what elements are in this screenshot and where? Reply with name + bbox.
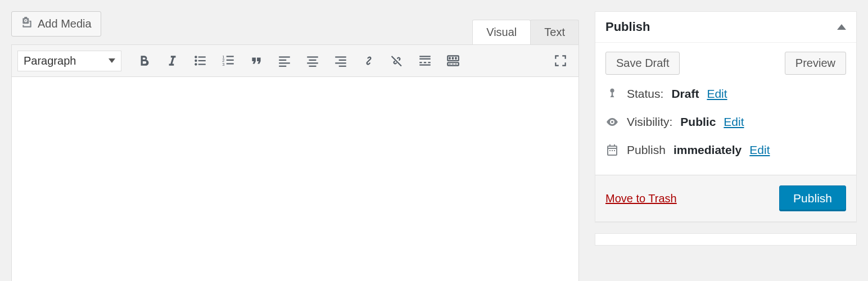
publish-metabox-header[interactable]: Publish [595, 12, 856, 43]
publish-metabox: Publish Save Draft Preview Status: Draft… [595, 11, 857, 222]
svg-point-2 [195, 63, 197, 65]
svg-rect-33 [455, 57, 456, 60]
svg-rect-12 [279, 56, 290, 57]
svg-rect-28 [428, 62, 430, 63]
status-row: Status: Draft Edit [605, 87, 846, 101]
eye-icon [605, 115, 619, 129]
svg-rect-24 [419, 56, 431, 57]
svg-rect-5 [198, 64, 206, 65]
visibility-edit-link[interactable]: Edit [724, 115, 744, 129]
format-select[interactable]: Paragraph [17, 51, 121, 71]
fullscreen-button[interactable] [548, 49, 573, 72]
align-left-button[interactable] [272, 49, 297, 72]
svg-rect-23 [339, 66, 346, 67]
preview-button[interactable]: Preview [785, 52, 846, 75]
svg-point-1 [195, 60, 197, 62]
svg-rect-35 [449, 64, 450, 64]
editor-column: Add Media Visual Text Paragraph 123 [11, 11, 579, 281]
svg-text:3: 3 [222, 62, 224, 67]
visibility-row: Visibility: Public Edit [605, 115, 846, 129]
publish-button[interactable]: Publish [779, 185, 846, 211]
align-right-button[interactable] [328, 49, 353, 72]
numbered-list-button[interactable]: 123 [216, 49, 241, 72]
svg-rect-18 [307, 62, 318, 64]
svg-rect-25 [419, 58, 431, 60]
svg-rect-37 [455, 64, 456, 64]
caret-down-icon [108, 58, 115, 63]
move-to-trash-link[interactable]: Move to Trash [605, 192, 677, 205]
pin-icon [605, 87, 619, 101]
svg-rect-20 [335, 56, 346, 57]
unlink-button[interactable] [385, 49, 409, 72]
svg-rect-17 [309, 60, 317, 61]
editor-content-area[interactable] [11, 77, 579, 281]
status-label: Status: [627, 87, 663, 101]
status-value: Draft [671, 87, 699, 101]
schedule-label: Publish [627, 143, 666, 157]
schedule-row: Publish immediately Edit [605, 143, 846, 157]
svg-rect-26 [419, 62, 422, 63]
tab-text[interactable]: Text [530, 20, 579, 44]
visibility-label: Visibility: [627, 115, 672, 129]
blockquote-button[interactable] [244, 49, 269, 72]
tab-visual[interactable]: Visual [472, 20, 531, 44]
svg-rect-10 [227, 60, 234, 61]
add-media-label: Add Media [38, 17, 92, 30]
next-metabox-peek [595, 233, 857, 246]
editor-tabs: Visual Text [473, 20, 579, 44]
svg-rect-3 [198, 56, 206, 57]
svg-rect-11 [227, 63, 234, 64]
editor-toolbar: Paragraph 123 [11, 44, 579, 77]
bold-button[interactable] [132, 49, 156, 72]
italic-button[interactable] [160, 49, 184, 72]
add-media-button[interactable]: Add Media [11, 11, 101, 37]
svg-rect-31 [449, 57, 450, 60]
svg-point-0 [195, 56, 197, 58]
svg-rect-14 [279, 62, 290, 64]
svg-rect-32 [452, 57, 454, 60]
schedule-value: immediately [673, 143, 742, 157]
publish-title: Publish [605, 20, 650, 34]
align-center-button[interactable] [300, 49, 325, 72]
read-more-button[interactable] [413, 49, 437, 72]
save-draft-button[interactable]: Save Draft [605, 52, 680, 75]
bullet-list-button[interactable] [188, 49, 213, 72]
svg-rect-21 [339, 60, 346, 61]
visibility-value: Public [680, 115, 716, 129]
svg-rect-15 [279, 66, 286, 67]
svg-rect-13 [279, 60, 286, 61]
svg-rect-29 [419, 65, 431, 66]
svg-rect-16 [307, 56, 318, 57]
calendar-icon [605, 143, 619, 157]
link-button[interactable] [356, 49, 381, 72]
camera-icon [21, 16, 33, 31]
svg-rect-19 [309, 66, 317, 67]
toolbar-toggle-button[interactable] [441, 49, 465, 72]
status-edit-link[interactable]: Edit [707, 87, 727, 101]
format-select-label: Paragraph [24, 55, 76, 67]
svg-rect-9 [227, 56, 234, 57]
svg-rect-4 [198, 60, 206, 61]
svg-rect-27 [424, 62, 426, 63]
svg-rect-22 [335, 62, 346, 64]
svg-rect-36 [452, 64, 454, 64]
schedule-edit-link[interactable]: Edit [749, 143, 770, 157]
collapse-up-icon [837, 24, 846, 30]
